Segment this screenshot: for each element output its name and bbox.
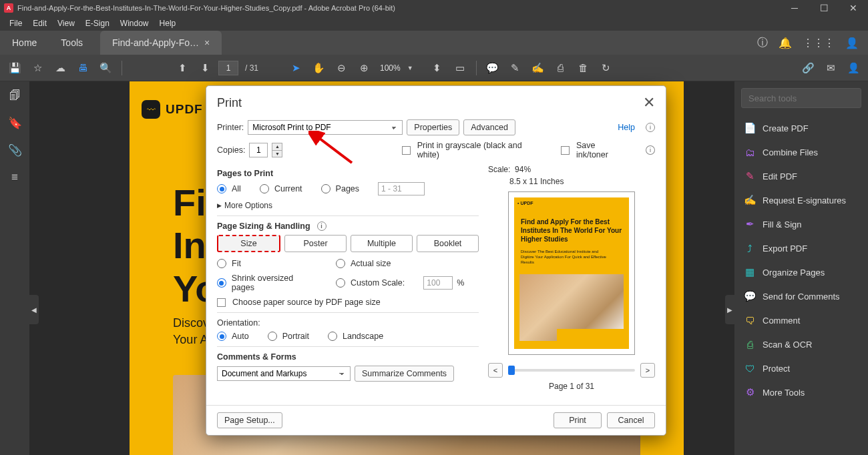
fit-width-icon[interactable]: ⬍ [428,59,447,77]
hand-tool-icon[interactable]: ✋ [309,59,328,77]
save-ink-info-icon[interactable]: i [646,145,655,155]
help-link[interactable]: Help [618,123,635,132]
comment-icon[interactable]: 💬 [483,59,502,77]
menu-esign[interactable]: E-Sign [80,17,115,29]
radio-landscape[interactable] [328,332,337,341]
preview-prev-button[interactable]: < [488,363,503,378]
radio-shrink[interactable] [217,278,226,288]
help-icon[interactable]: ⓘ [757,36,768,50]
fill-sign-icon: ✒ [744,218,756,230]
choose-paper-checkbox[interactable] [217,298,226,307]
tool-protect[interactable]: 🛡Protect [741,356,861,380]
comments-select[interactable]: Document and Markups [217,366,351,381]
radio-current[interactable] [260,184,269,193]
save-icon[interactable]: 💾 [5,59,24,77]
tool-scan-ocr[interactable]: ⎙Scan & OCR [741,332,861,356]
radio-fit[interactable] [217,259,226,268]
copies-input[interactable] [249,143,268,157]
bookmarks-icon[interactable]: 🔖 [8,116,22,130]
radio-actual[interactable] [336,259,345,268]
tab-size[interactable]: Size [217,235,280,252]
window-close-button[interactable]: ✕ [839,0,868,16]
cloud-icon[interactable]: ☁ [51,59,69,77]
search-tools-input[interactable] [741,88,861,108]
radio-portrait[interactable] [268,332,277,341]
zoom-out-icon[interactable]: ⊖ [332,59,351,77]
maximize-button[interactable]: ☐ [809,0,839,16]
cancel-button[interactable]: Cancel [607,412,655,428]
menu-edit[interactable]: Edit [27,17,52,29]
tab-booklet[interactable]: Booklet [417,235,479,252]
help-info-icon[interactable]: i [646,123,655,132]
custom-scale-input[interactable] [423,276,453,290]
tab-document[interactable]: Find-and-Apply-Fo… × [100,31,222,55]
properties-button[interactable]: Properties [407,119,459,135]
tool-edit-pdf[interactable]: ✎Edit PDF [741,164,861,188]
tab-home[interactable]: Home [0,31,49,55]
bell-icon[interactable]: 🔔 [779,37,792,49]
select-tool-icon[interactable]: ➤ [286,59,305,77]
grayscale-checkbox[interactable] [402,146,411,155]
tool-create-pdf[interactable]: 📄Create PDF [741,116,861,140]
tab-close-icon[interactable]: × [204,37,210,48]
share-icon[interactable]: 👤 [844,59,863,77]
highlight-icon[interactable]: ✎ [506,59,525,77]
tool-export-pdf[interactable]: ⤴Export PDF [741,236,861,260]
star-icon[interactable]: ☆ [28,59,47,77]
print-button[interactable]: Print [554,412,602,428]
save-ink-checkbox[interactable] [561,146,570,155]
radio-custom[interactable] [336,278,345,288]
tab-tools[interactable]: Tools [49,31,95,55]
radio-pages[interactable] [321,184,331,193]
tool-comment[interactable]: 🗨Comment [741,308,861,332]
menu-view[interactable]: View [52,17,80,29]
radio-auto[interactable] [217,332,226,341]
link-icon[interactable]: 🔗 [799,59,817,77]
attachments-icon[interactable]: 📎 [8,143,22,157]
apps-icon[interactable]: ⋮⋮⋮ [803,37,835,49]
printer-select[interactable]: Microsoft Print to PDF [248,120,403,135]
more-options-toggle[interactable]: ▶More Options [217,201,479,210]
copies-spinner[interactable]: ▲▼ [272,143,282,157]
mail-icon[interactable]: ✉ [821,59,840,77]
tool-request-esignatures[interactable]: ✍Request E-signatures [741,188,861,212]
window-title: Find-and-Apply-For-the-Best-Institutes-I… [17,4,395,12]
zoom-in-icon[interactable]: ⊕ [355,59,373,77]
expand-right-icon[interactable]: ▶ [725,295,734,324]
tool-combine-files[interactable]: 🗂Combine Files [741,140,861,164]
tab-multiple[interactable]: Multiple [351,235,413,252]
sizing-info-icon[interactable]: i [317,221,327,231]
thumbnails-icon[interactable]: 🗐 [9,89,21,103]
search-icon[interactable]: 🔍 [96,59,115,77]
stamp-icon[interactable]: ⎙ [552,59,570,77]
radio-all[interactable] [217,184,226,193]
tool-more-tools[interactable]: ⚙More Tools [741,380,861,404]
menu-help[interactable]: Help [154,17,182,29]
page-setup-button[interactable]: Page Setup... [217,412,282,428]
advanced-button[interactable]: Advanced [463,119,515,135]
page-number-input[interactable] [218,61,238,75]
account-icon[interactable]: 👤 [845,37,859,49]
layers-icon[interactable]: ≡ [11,171,18,184]
preview-next-button[interactable]: > [640,363,655,378]
page-up-icon[interactable]: ⬆ [173,59,192,77]
summarize-button[interactable]: Summarize Comments [355,366,454,382]
reading-mode-icon[interactable]: ▭ [451,59,469,77]
delete-icon[interactable]: 🗑 [574,59,593,77]
tool-fill-sign[interactable]: ✒Fill & Sign [741,212,861,236]
page-range-input[interactable] [378,182,425,195]
tab-poster[interactable]: Poster [284,235,347,252]
sign-icon[interactable]: ✍ [529,59,548,77]
tool-send-comments[interactable]: 💬Send for Comments [741,284,861,308]
minimize-button[interactable]: ─ [780,0,809,16]
expand-left-icon[interactable]: ◀ [29,295,39,324]
dialog-close-icon[interactable]: ✕ [643,94,655,111]
zoom-value[interactable]: 100% [380,63,401,73]
page-down-icon[interactable]: ⬇ [196,59,214,77]
menu-window[interactable]: Window [115,17,154,29]
tool-organize-pages[interactable]: ▦Organize Pages [741,260,861,284]
print-icon[interactable]: 🖶 [73,59,92,77]
preview-slider[interactable] [508,369,635,372]
menu-file[interactable]: File [4,17,27,29]
rotate-icon[interactable]: ↻ [597,59,616,77]
